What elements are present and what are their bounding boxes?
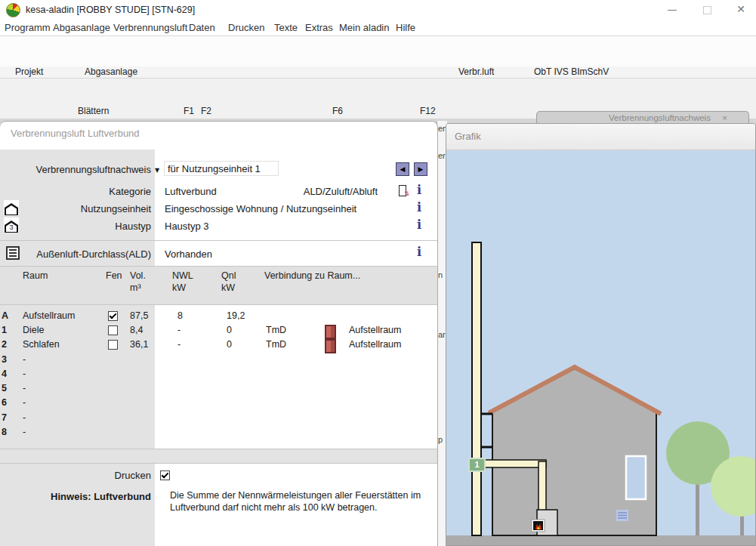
kategorie-label: Kategorie <box>0 186 151 197</box>
room-name: - <box>23 396 26 410</box>
menu-hilfe[interactable]: Hilfe <box>396 22 415 33</box>
hinweis-label: Hinweis: Luftverbund <box>0 491 151 502</box>
row-id: 1 <box>2 323 7 338</box>
grafik-title: Grafik <box>455 131 481 142</box>
col-qnl: Qnl <box>221 270 236 281</box>
close-icon[interactable]: ✕ <box>735 4 747 16</box>
fragment: p <box>438 435 443 444</box>
menu-verbrennungsluft[interactable]: Verbrennungsluft <box>113 22 187 33</box>
vol-value[interactable]: 8,4 <box>130 323 143 338</box>
door-arrows-icon[interactable] <box>397 184 407 197</box>
hinweis-text: Die Summe der Nennwärmeleistungen aller … <box>170 489 436 514</box>
haustyp-value[interactable]: Haustyp 3 <box>165 221 209 232</box>
room-name[interactable]: Aufstellraum <box>23 309 75 323</box>
nachweis-label: Verbrennungsluftnachweis <box>0 164 151 175</box>
row-id: 5 <box>2 381 7 396</box>
room-name[interactable]: Diele <box>23 323 45 338</box>
grafik-title-bar[interactable]: Grafik <box>446 124 755 150</box>
row-id: 2 <box>2 338 7 352</box>
ald-zuluft-label: ALD/Zuluft/Abluft <box>272 186 378 197</box>
app-logo-icon <box>6 3 20 17</box>
table-row: 5 - <box>0 381 438 396</box>
menu-texte[interactable]: Texte <box>274 22 298 33</box>
conn-type[interactable]: TmD <box>266 323 286 338</box>
window-title: kesa-aladin [ROBBY STUDE] [STN-629] <box>26 5 195 15</box>
info-icon[interactable]: i <box>415 201 424 214</box>
vol-value[interactable]: 36,1 <box>130 338 148 352</box>
verbrluft-group-label: Verbr.luft <box>458 66 494 77</box>
minimize-icon[interactable]: — <box>666 4 678 16</box>
conn-type[interactable]: TmD <box>266 338 286 352</box>
info-icon[interactable]: i <box>415 184 424 196</box>
drucken-label: Drucken <box>0 470 151 481</box>
table-row: 6 - <box>0 396 438 410</box>
table-header-band <box>0 267 438 304</box>
room-name: - <box>23 353 26 367</box>
qnl-value[interactable]: 0 <box>227 338 232 352</box>
menu-extras[interactable]: Extras <box>305 22 333 33</box>
table-row: 2 Schlafen 36,1 - 0 TmD Aufstellraum <box>0 338 438 352</box>
room-name[interactable]: Schlafen <box>23 338 60 352</box>
row-id: 8 <box>2 425 7 440</box>
nwl-value[interactable]: 8 <box>177 309 183 323</box>
col-qnl-unit: kW <box>221 282 235 293</box>
room-name: - <box>23 411 26 425</box>
conn-room[interactable]: Aufstellraum <box>349 338 401 352</box>
col-vol: Vol. <box>130 270 146 281</box>
f12-label: F12 <box>420 106 436 116</box>
f6-label: F6 <box>332 106 343 116</box>
table-row: 4 - <box>0 367 438 381</box>
navigation-toolbar: ◀ ▶ ← ? ▼ ✎ 8 <box>0 78 756 106</box>
fen-checkbox-checked[interactable] <box>108 311 118 321</box>
table-row: A Aufstellraum 87,5 8 19,2 <box>0 309 438 323</box>
info-icon[interactable]: i <box>415 245 424 258</box>
obt-group-label: ObT IVS BImSchV <box>534 66 609 77</box>
table-row: 1 Diele 8,4 - 0 TmD Aufstellraum <box>0 323 438 338</box>
row-id: 6 <box>2 396 7 410</box>
maximize-icon[interactable] <box>701 4 713 16</box>
ald-value[interactable]: Vorhanden <box>165 248 212 260</box>
vol-value[interactable]: 87,5 <box>130 309 148 323</box>
house-graphic: 1 <box>446 150 755 545</box>
nutzungseinheit-value[interactable]: Eingeschossige Wohnung / Nutzungseinheit <box>165 203 356 214</box>
tab-close-icon[interactable]: × <box>722 113 727 122</box>
main-toolbar: ▤ ▙ ☀ ▯ ♯ ⊞ ⊕ ∫ ◉ ╟ ⊓ ▼ ☑ ▦ −+ ? ▦ <box>0 36 756 66</box>
panel-title: Verbrennungsluft Luftverbund <box>11 128 140 139</box>
table-row: 3 - <box>0 353 438 367</box>
drucken-checkbox-checked[interactable] <box>160 470 170 480</box>
next-unit-icon[interactable]: ▶ <box>414 162 427 176</box>
menu-abgasanlage[interactable]: Abgasanlage <box>53 22 110 33</box>
fragment: ar <box>438 330 446 339</box>
toolbar-group-labels: Projekt Abgasanlage Verbr.luft ObT IVS B… <box>0 66 756 78</box>
fen-checkbox[interactable] <box>108 325 118 335</box>
room-name: - <box>23 425 26 440</box>
kategorie-value[interactable]: Luftverbund <box>165 186 217 197</box>
col-nwl: NWL <box>172 270 193 281</box>
menu-mein-aladin[interactable]: Mein aladin <box>339 22 390 33</box>
qnl-value[interactable]: 0 <box>227 323 232 338</box>
col-verbindung: Verbindung zu Raum... <box>264 270 360 281</box>
luftverbund-panel: Verbrennungsluft Luftverbund Verbrennung… <box>0 121 438 546</box>
menu-drucken[interactable]: Drucken <box>228 22 264 33</box>
info-icon[interactable]: i <box>415 218 424 231</box>
door-badge-icon[interactable] <box>325 339 336 353</box>
table-row: 7 - <box>0 411 438 425</box>
conn-room[interactable]: Aufstellraum <box>349 323 401 338</box>
background-tab[interactable]: Verbrennungsluftnachweis × <box>536 111 749 124</box>
nwl-value[interactable]: - <box>177 338 181 352</box>
title-bar: kesa-aladin [ROBBY STUDE] [STN-629] — ✕ <box>0 0 756 20</box>
nachweis-input[interactable]: für Nutzungseinheit 1 <box>164 161 279 176</box>
projekt-group-label: Projekt <box>15 66 43 77</box>
background-tab-label: Verbrennungsluftnachweis <box>609 113 711 122</box>
row-id: 4 <box>2 367 7 381</box>
fragment: er <box>438 151 446 160</box>
qnl-value[interactable]: 19,2 <box>227 309 245 323</box>
nwl-value[interactable]: - <box>177 323 181 338</box>
flue-marker[interactable]: 1 <box>468 458 486 472</box>
fen-checkbox[interactable] <box>108 340 118 350</box>
prev-unit-icon[interactable]: ◀ <box>396 162 409 176</box>
menu-programm[interactable]: Programm <box>5 22 51 33</box>
menu-daten[interactable]: Daten <box>189 22 215 33</box>
row-id: 3 <box>2 353 7 367</box>
combo-arrow-icon[interactable]: ▼ <box>155 167 159 174</box>
